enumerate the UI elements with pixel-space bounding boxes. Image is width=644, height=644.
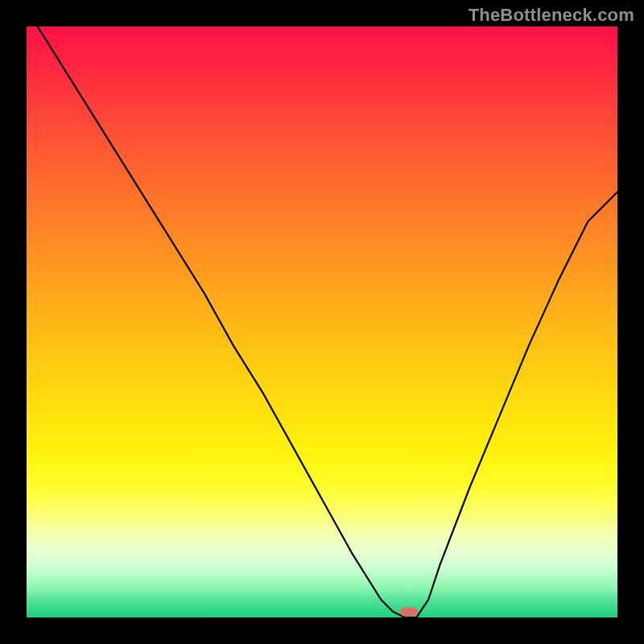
optimal-marker — [400, 608, 418, 617]
plot-area — [27, 27, 617, 617]
curve-path — [27, 27, 617, 617]
watermark-text: TheBottleneck.com — [469, 5, 634, 26]
chart-frame: TheBottleneck.com — [0, 0, 644, 644]
bottleneck-curve — [27, 27, 617, 617]
